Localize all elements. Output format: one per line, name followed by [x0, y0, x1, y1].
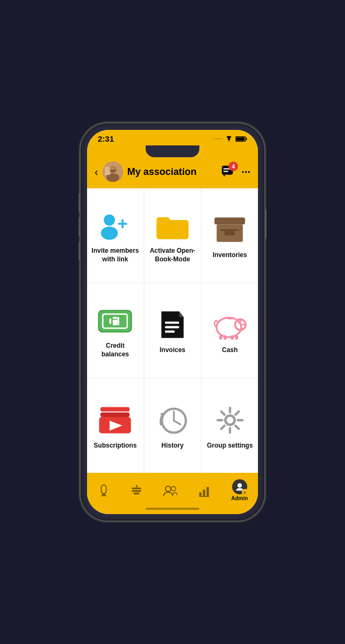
grid-item-subscriptions[interactable]: Subscriptions [87, 379, 143, 473]
bottom-navigation: e Admin [87, 473, 258, 506]
svg-rect-29 [165, 331, 175, 333]
svg-rect-71 [199, 496, 210, 497]
history-label: History [161, 442, 183, 450]
grid-item-invite-members[interactable]: Invite members with link [87, 188, 143, 282]
grid-item-group-settings[interactable]: Group settings [202, 379, 258, 473]
nav-item-stats[interactable] [193, 482, 217, 499]
feature-grid: Invite members with link Activate Open-B… [87, 188, 258, 473]
svg-rect-37 [224, 335, 227, 340]
cash-label: Cash [222, 346, 238, 355]
subscriptions-label: Subscriptions [94, 442, 136, 450]
subscription-icon [96, 404, 134, 436]
svg-rect-14 [118, 223, 128, 225]
svg-rect-42 [100, 413, 130, 417]
svg-point-66 [166, 486, 171, 491]
history-icon [154, 404, 191, 436]
svg-rect-7 [109, 164, 117, 170]
svg-rect-18 [225, 231, 235, 236]
svg-rect-27 [165, 321, 179, 324]
svg-point-11 [104, 214, 115, 225]
status-time: 2:31 [98, 134, 114, 143]
svg-rect-38 [231, 335, 234, 340]
gear-icon [211, 404, 249, 436]
group-settings-label: Group settings [207, 442, 253, 450]
credit-balances-label: Credit balances [91, 342, 139, 358]
svg-rect-19 [220, 229, 240, 231]
more-button[interactable]: ··· [241, 166, 250, 178]
open-book-label: Activate Open-Book-Mode [149, 247, 197, 264]
back-button[interactable]: ‹ [95, 166, 98, 178]
grid-item-open-book[interactable]: Activate Open-Book-Mode [145, 188, 201, 282]
admin-label: Admin [231, 495, 248, 501]
notification-button[interactable]: 4 [221, 165, 235, 179]
svg-rect-59 [101, 485, 106, 494]
svg-rect-39 [235, 335, 238, 340]
invite-members-label: Invite members with link [91, 247, 139, 264]
nav-item-admin[interactable]: e Admin [226, 477, 253, 503]
svg-rect-25 [118, 317, 120, 325]
svg-rect-69 [203, 489, 205, 496]
svg-rect-23 [113, 317, 118, 319]
members-icon [163, 484, 178, 497]
svg-line-57 [221, 426, 224, 429]
invoices-label: Invoices [160, 346, 185, 355]
phone-frame: 2:31 ···· ‹ [81, 123, 264, 521]
status-icons: ···· [213, 136, 247, 142]
svg-point-67 [171, 486, 176, 491]
svg-rect-65 [136, 485, 137, 487]
piggy-icon [211, 309, 249, 341]
avatar [103, 162, 123, 182]
svg-rect-40 [227, 319, 231, 320]
app-header: ‹ My association [87, 157, 258, 188]
stats-icon [198, 484, 211, 497]
grid-item-invoices[interactable]: Invoices [145, 283, 201, 377]
home-indicator [87, 506, 258, 514]
svg-rect-16 [214, 218, 245, 225]
svg-point-12 [101, 226, 118, 240]
svg-rect-1 [246, 137, 247, 140]
grid-item-credit-balances[interactable]: Credit balances [87, 283, 143, 377]
grid-item-history[interactable]: History [145, 379, 201, 473]
svg-rect-24 [113, 324, 118, 326]
nav-item-members[interactable] [157, 482, 183, 499]
svg-line-55 [235, 426, 239, 429]
folder-icon [154, 209, 191, 241]
header-actions: 4 ··· [221, 165, 250, 179]
inventories-label: Inventories [213, 251, 247, 260]
svg-line-56 [235, 411, 239, 414]
svg-rect-63 [132, 490, 141, 492]
credit-icon [96, 304, 134, 336]
grid-item-inventories[interactable]: Inventories [202, 188, 258, 282]
svg-rect-15 [156, 222, 188, 239]
phone-screen: 2:31 ···· ‹ [87, 130, 258, 514]
notch-cutout [146, 145, 199, 157]
svg-rect-61 [100, 495, 106, 496]
svg-point-72 [238, 483, 242, 487]
svg-rect-26 [113, 320, 118, 324]
svg-rect-22 [110, 318, 112, 324]
svg-point-33 [238, 322, 240, 324]
svg-rect-28 [165, 326, 179, 328]
svg-line-47 [174, 420, 181, 424]
page-title: My association [127, 166, 217, 178]
nav-item-drink[interactable] [92, 482, 116, 499]
svg-rect-10 [224, 171, 228, 172]
signal-dots: ···· [213, 136, 222, 141]
svg-rect-2 [236, 137, 245, 141]
status-bar: 2:31 ···· [87, 130, 258, 145]
food-icon [130, 484, 143, 497]
notification-badge: 4 [228, 162, 238, 171]
svg-rect-62 [132, 487, 141, 489]
svg-rect-36 [219, 335, 222, 340]
admin-badge: e [242, 489, 248, 495]
svg-rect-70 [206, 487, 209, 496]
drink-icon [97, 484, 110, 497]
notch [87, 145, 258, 157]
grid-item-cash[interactable]: Cash [202, 283, 258, 377]
svg-rect-60 [102, 494, 105, 495]
svg-rect-41 [100, 407, 130, 411]
invoice-icon [154, 309, 191, 341]
svg-rect-68 [199, 492, 202, 496]
nav-item-food[interactable] [125, 482, 148, 499]
battery-icon [235, 136, 247, 142]
